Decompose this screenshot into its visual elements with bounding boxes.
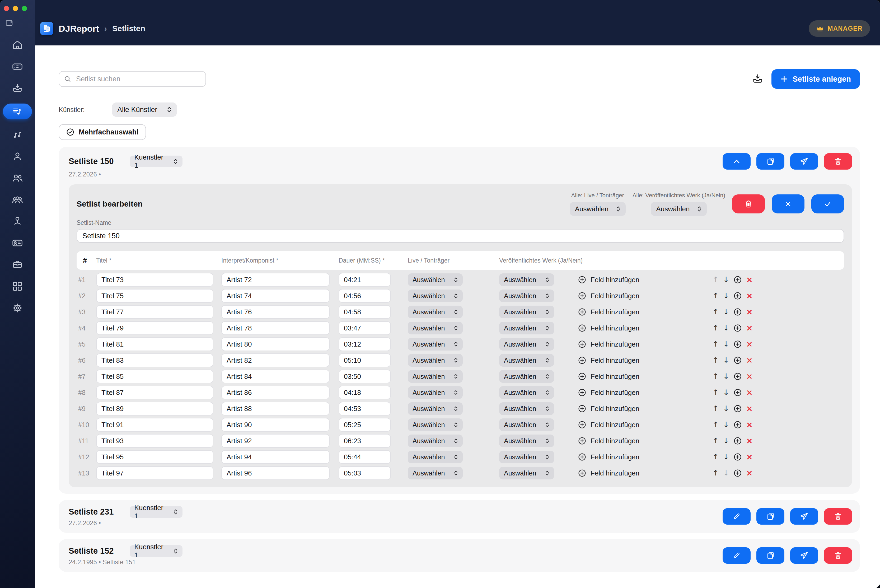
add-field-button[interactable]: Feld hinzufügen [578, 308, 657, 316]
sidebar-item-songs[interactable] [11, 128, 24, 141]
insert-row-button[interactable] [733, 308, 742, 316]
multi-select-button[interactable]: Mehrfachauswahl [58, 124, 146, 140]
werk-select[interactable]: Auswählen [499, 418, 554, 431]
dauer-input[interactable] [339, 386, 391, 399]
add-field-button[interactable]: Feld hinzufügen [578, 436, 657, 445]
remove-row-button[interactable]: × [746, 340, 753, 348]
insert-row-button[interactable] [733, 420, 742, 429]
move-down-button[interactable]: ↓ [723, 276, 729, 284]
move-up-button[interactable]: ↑ [712, 292, 719, 300]
sidebar-item-stage[interactable] [11, 215, 24, 228]
add-field-button[interactable]: Feld hinzufügen [578, 469, 657, 477]
move-down-button[interactable]: ↓ [723, 470, 729, 477]
remove-row-button[interactable]: × [746, 292, 753, 300]
setlist-artist-select[interactable]: Kuenstler 1 [130, 506, 183, 518]
send-setlist-button[interactable] [790, 153, 818, 170]
delete-setlist-button[interactable] [824, 548, 852, 564]
collapse-setlist-button[interactable] [723, 153, 751, 170]
delete-setlist-button[interactable] [824, 508, 852, 525]
sidebar-item-contacts[interactable] [11, 237, 24, 249]
bulk-live-select[interactable]: Auswählen [570, 202, 626, 216]
werk-select[interactable]: Auswählen [499, 435, 554, 447]
add-field-button[interactable]: Feld hinzufügen [578, 404, 657, 413]
sidebar-item-apps[interactable] [11, 280, 24, 292]
move-up-button[interactable]: ↑ [712, 340, 719, 348]
titel-input[interactable] [96, 434, 213, 448]
move-down-button[interactable]: ↓ [723, 292, 729, 300]
titel-input[interactable] [96, 450, 213, 464]
interpret-input[interactable] [221, 289, 330, 303]
add-field-button[interactable]: Feld hinzufügen [578, 388, 657, 397]
move-down-button[interactable]: ↓ [723, 357, 729, 364]
search-input[interactable] [75, 75, 201, 84]
werk-select[interactable]: Auswählen [499, 338, 554, 351]
interpret-input[interactable] [221, 305, 330, 319]
interpret-input[interactable] [221, 450, 330, 464]
add-field-button[interactable]: Feld hinzufügen [578, 356, 657, 364]
werk-select[interactable]: Auswählen [499, 467, 554, 479]
remove-row-button[interactable]: × [746, 405, 753, 412]
interpret-input[interactable] [221, 369, 330, 383]
move-down-button[interactable]: ↓ [723, 373, 729, 380]
live-select[interactable]: Auswählen [408, 306, 463, 318]
add-field-button[interactable]: Feld hinzufügen [578, 276, 657, 284]
remove-row-button[interactable]: × [746, 469, 753, 477]
close-window-button[interactable] [4, 6, 9, 11]
interpret-input[interactable] [221, 402, 330, 416]
sidebar-toggle-button[interactable] [5, 19, 13, 27]
move-down-button[interactable]: ↓ [723, 453, 729, 460]
sidebar-item-settings[interactable] [11, 302, 24, 314]
move-up-button[interactable]: ↑ [712, 308, 719, 316]
move-up-button[interactable]: ↑ [712, 421, 719, 429]
create-setlist-button[interactable]: Setliste anlegen [771, 69, 860, 89]
duplicate-setlist-button[interactable] [756, 548, 784, 564]
add-field-button[interactable]: Feld hinzufügen [578, 372, 657, 381]
setlist-artist-select[interactable]: Kuenstler 1 [130, 545, 183, 557]
dauer-input[interactable] [339, 418, 391, 432]
add-field-button[interactable]: Feld hinzufügen [578, 453, 657, 461]
add-field-button[interactable]: Feld hinzufügen [578, 292, 657, 300]
move-down-button[interactable]: ↓ [723, 324, 729, 332]
cancel-edit-button[interactable] [772, 194, 805, 213]
insert-row-button[interactable] [733, 404, 742, 413]
remove-row-button[interactable]: × [746, 388, 753, 396]
remove-row-button[interactable]: × [746, 356, 753, 364]
send-setlist-button[interactable] [790, 548, 818, 564]
move-down-button[interactable]: ↓ [723, 340, 729, 348]
move-down-button[interactable]: ↓ [723, 308, 729, 316]
live-select[interactable]: Auswählen [408, 338, 463, 351]
delete-edit-button[interactable] [732, 194, 765, 213]
move-up-button[interactable]: ↑ [712, 357, 719, 364]
titel-input[interactable] [96, 289, 213, 303]
live-select[interactable]: Auswählen [408, 370, 463, 383]
insert-row-button[interactable] [733, 453, 742, 461]
insert-row-button[interactable] [733, 276, 742, 284]
insert-row-button[interactable] [733, 388, 742, 397]
move-up-button[interactable]: ↑ [712, 276, 719, 284]
dauer-input[interactable] [339, 434, 391, 448]
insert-row-button[interactable] [733, 372, 742, 381]
live-select[interactable]: Auswählen [408, 386, 463, 399]
werk-select[interactable]: Auswählen [499, 306, 554, 318]
remove-row-button[interactable]: × [746, 324, 753, 332]
move-up-button[interactable]: ↑ [712, 373, 719, 380]
dauer-input[interactable] [339, 369, 391, 383]
sidebar-item-artist[interactable] [11, 150, 24, 163]
live-select[interactable]: Auswählen [408, 402, 463, 415]
setlist-artist-select[interactable]: Kuenstler 1 [130, 156, 183, 167]
move-up-button[interactable]: ↑ [712, 324, 719, 332]
move-up-button[interactable]: ↑ [712, 470, 719, 477]
zoom-window-button[interactable] [22, 6, 27, 11]
duplicate-setlist-button[interactable] [756, 508, 784, 525]
titel-input[interactable] [96, 321, 213, 335]
sidebar-item-home[interactable] [11, 39, 24, 51]
interpret-input[interactable] [221, 434, 330, 448]
werk-select[interactable]: Auswählen [499, 322, 554, 334]
add-field-button[interactable]: Feld hinzufügen [578, 340, 657, 348]
titel-input[interactable] [96, 353, 213, 367]
interpret-input[interactable] [221, 338, 330, 351]
titel-input[interactable] [96, 338, 213, 351]
insert-row-button[interactable] [733, 292, 742, 300]
dauer-input[interactable] [339, 305, 391, 319]
titel-input[interactable] [96, 386, 213, 399]
